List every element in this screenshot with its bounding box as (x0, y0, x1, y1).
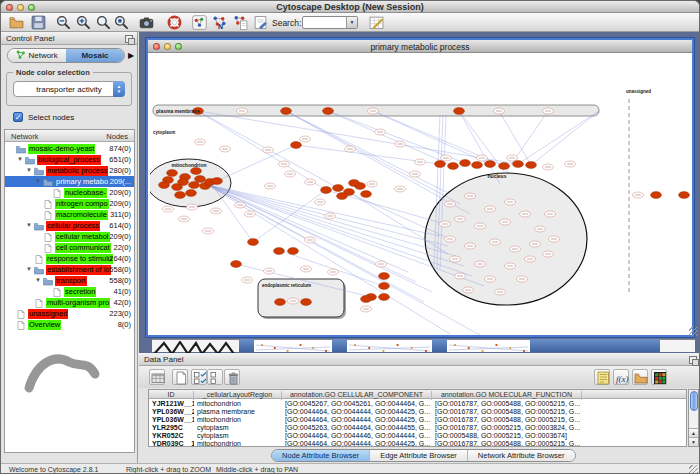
selected-network-node[interactable] (275, 299, 286, 306)
zoom-out-button[interactable] (56, 15, 71, 30)
selected-network-node[interactable] (281, 108, 292, 115)
selected-network-node[interactable] (379, 283, 390, 290)
tree-row[interactable]: cell communicat22(0) (5, 242, 134, 253)
selected-network-node[interactable] (435, 161, 446, 168)
selected-network-node[interactable] (454, 108, 465, 115)
data-panel-float-icon[interactable] (689, 356, 697, 364)
zoom-fit-content-button[interactable] (114, 15, 129, 30)
expand-arrow-icon[interactable]: ▼ (35, 178, 41, 184)
unselect-attributes-button[interactable] (207, 369, 223, 385)
selected-network-node[interactable] (472, 162, 483, 169)
network-view-frame[interactable]: primary metabolic process plasma membran… (146, 38, 694, 337)
expand-arrow-icon[interactable]: ▼ (26, 222, 32, 228)
network-edge[interactable] (531, 111, 599, 165)
function-builder-button[interactable]: f(x) (613, 369, 629, 385)
tree-row[interactable]: response to stimulu264(0) (5, 253, 134, 264)
tree-row[interactable]: unassigned223(0) (5, 308, 134, 319)
frame-resize-grip[interactable] (687, 325, 699, 337)
tree-row[interactable]: nitrogen compo209(0) (5, 198, 134, 209)
network-edge[interactable] (208, 185, 456, 256)
background-windows-strip[interactable] (147, 339, 695, 352)
background-window-edge[interactable] (447, 339, 530, 352)
selected-network-node[interactable] (361, 296, 372, 303)
selected-network-node[interactable] (323, 108, 334, 115)
tree-row[interactable]: ▼biological_process651(0) (5, 154, 134, 165)
expand-arrow-icon[interactable]: ▼ (35, 277, 41, 283)
selected-network-node[interactable] (189, 182, 200, 189)
snapshot-camera-button[interactable] (139, 15, 154, 30)
table-row[interactable]: YLR295Ccytoplasm[GO:0045263, GO:0044464,… (149, 424, 686, 432)
selected-network-node[interactable] (448, 163, 459, 170)
new-attribute-button[interactable] (172, 369, 188, 385)
attribute-list-button[interactable] (594, 369, 610, 385)
background-window-edge[interactable] (660, 339, 695, 352)
zoom-selected-region-button[interactable] (96, 15, 111, 30)
selected-network-node[interactable] (231, 261, 242, 268)
destroy-network-button[interactable]: N (212, 15, 227, 30)
selected-network-node[interactable] (288, 248, 299, 255)
selected-network-node[interactable] (301, 299, 312, 306)
select-attributes-button[interactable] (191, 369, 207, 385)
network-canvas[interactable]: plasma membranecytoplasmmitochondrionnuc… (150, 54, 690, 335)
selected-network-node[interactable] (195, 176, 206, 183)
tab-mosaic[interactable]: Mosaic (66, 49, 124, 62)
selected-network-node[interactable] (291, 142, 302, 149)
help-lifesaver-icon[interactable] (167, 15, 182, 30)
selected-network-node[interactable] (513, 161, 524, 168)
expand-arrow-icon[interactable]: ▼ (17, 156, 23, 162)
selected-network-node[interactable] (191, 168, 202, 175)
heatmap-button[interactable] (651, 369, 667, 385)
table-row[interactable]: YKR052Ccytoplasm[GO:0044464, GO:0044446,… (149, 432, 686, 440)
table-column-header[interactable]: _cellularLayoutRegion (194, 391, 282, 400)
tree-row[interactable]: multi-organism pro42(0) (5, 297, 134, 308)
network-edge[interactable] (373, 111, 490, 164)
selected-network-node[interactable] (460, 160, 471, 167)
tree-row[interactable]: mosaic-demo-yeast874(0) (5, 143, 134, 154)
create-view-button[interactable] (233, 15, 248, 30)
selected-network-node[interactable] (349, 180, 360, 187)
background-window-edge[interactable] (254, 339, 332, 352)
annotation-button[interactable] (253, 15, 268, 30)
network-manager-button[interactable] (192, 15, 207, 30)
window-resize-grip[interactable] (687, 463, 699, 474)
selected-network-node[interactable] (167, 170, 178, 177)
expand-arrow-icon[interactable]: ▼ (26, 266, 32, 272)
selected-network-node[interactable] (321, 187, 332, 194)
float-panel-icon[interactable] (125, 35, 133, 43)
selected-network-node[interactable] (212, 178, 223, 185)
table-row[interactable]: YPL036W__1mitochondrion[GO:0044464, GO:0… (149, 416, 686, 424)
tab-network[interactable]: Network (8, 49, 66, 62)
node-color-dropdown[interactable]: transporter activity ▲▼ (13, 81, 125, 97)
selected-network-node[interactable] (499, 163, 510, 170)
tab-network-attribute-browser[interactable]: Network Attribute Browser (468, 450, 575, 461)
selected-network-node[interactable] (361, 191, 372, 198)
selected-network-node[interactable] (178, 179, 189, 186)
table-scrollbar-thumb[interactable] (690, 391, 698, 411)
network-edge[interactable] (208, 185, 464, 266)
scroll-up-icon[interactable]: ▲ (689, 428, 698, 437)
delete-attribute-button[interactable] (224, 369, 240, 385)
tree-row[interactable]: ▼metabolic process280(0) (5, 165, 134, 176)
selected-network-node[interactable] (333, 185, 344, 192)
table-column-header[interactable]: ID (149, 391, 194, 400)
selected-network-node[interactable] (679, 192, 690, 199)
tree-row[interactable]: ▼establishment of lo558(0) (5, 264, 134, 275)
selected-network-node[interactable] (248, 239, 259, 246)
selected-network-node[interactable] (337, 193, 348, 200)
tab-scroll-right-icon[interactable]: ▶ (128, 51, 134, 60)
save-session-button[interactable] (31, 15, 46, 30)
select-nodes-checkbox[interactable]: ✓ (13, 112, 23, 122)
selected-network-node[interactable] (274, 248, 285, 255)
network-view-titlebar[interactable]: primary metabolic process (148, 40, 692, 53)
attribute-table-button[interactable] (149, 369, 165, 385)
tree-row[interactable]: ▼transport558(0) (5, 275, 134, 286)
selected-network-node[interactable] (485, 161, 496, 168)
search-dropdown-button[interactable]: ▼ (346, 17, 357, 28)
tree-row[interactable]: ▼primary metabo209(... (5, 176, 134, 187)
advanced-search-button[interactable] (369, 15, 384, 30)
expand-arrow-icon[interactable]: ▼ (26, 167, 32, 173)
selected-network-node[interactable] (159, 182, 170, 189)
scroll-down-icon[interactable]: ▼ (689, 437, 698, 446)
import-attributes-button[interactable] (632, 369, 648, 385)
table-row[interactable]: YJR121W__1mitochondrion[GO:0045267, GO:0… (149, 400, 686, 408)
